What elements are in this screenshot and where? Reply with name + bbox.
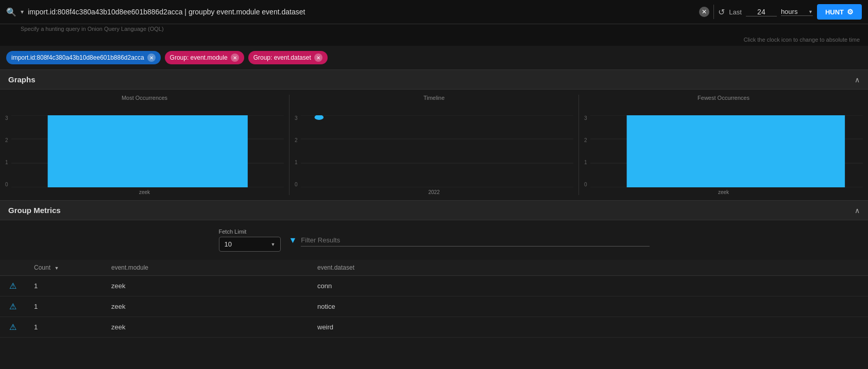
time-unit-select[interactable]: hours minutes days (781, 8, 813, 16)
chart-most-occurrences-area: 3 2 1 0 (5, 105, 284, 187)
search-dropdown-icon[interactable]: ▾ (21, 8, 24, 15)
metrics-title: Group Metrics (8, 206, 61, 215)
count-sort-arrow: ▼ (54, 266, 59, 271)
fetch-limit-label: Fetch Limit (219, 229, 281, 235)
chart-fewest-body (590, 115, 863, 187)
search-input[interactable] (28, 8, 695, 16)
col-header-icon (0, 260, 26, 276)
metrics-section: Fetch Limit 10 25 50 100 ▼ Count ▼ (0, 220, 868, 338)
filter-input[interactable] (301, 234, 649, 247)
search-clear-button[interactable]: ✕ (699, 7, 709, 17)
graph-most-occurrences-title: Most Occurrences (122, 95, 167, 101)
hunt-label: HUNT (825, 8, 844, 16)
chip-import-id-close[interactable]: ✕ (147, 54, 156, 62)
chip-event-dataset-label: Group: event.dataset (253, 54, 311, 61)
graph-most-occurrences: Most Occurrences 3 2 1 0 zeek (0, 95, 290, 195)
row-warning-icon: ⚠ (0, 296, 26, 317)
col-header-event-module: event.module (103, 260, 309, 276)
row-event-module: zeek (103, 296, 309, 317)
chart-timeline-area: 3 2 1 0 (295, 105, 573, 187)
hunt-button[interactable]: HUNT ⚙ (817, 4, 862, 20)
chip-event-dataset-close[interactable]: ✕ (314, 54, 322, 62)
row-event-dataset: weird (309, 317, 868, 338)
graphs-container: Most Occurrences 3 2 1 0 zeek (0, 90, 868, 200)
filter-icon: ▼ (289, 236, 297, 245)
svg-point-9 (314, 115, 324, 120)
chip-event-module-close[interactable]: ✕ (231, 54, 239, 62)
search-icon[interactable]: 🔍 (6, 7, 16, 17)
time-number-input[interactable] (746, 8, 777, 16)
search-bar: 🔍 ▾ ✕ ↺ Last hours minutes days HUNT ⚙ (0, 0, 868, 24)
last-label: Last (729, 8, 742, 16)
svg-rect-4 (47, 115, 247, 187)
row-count: 1 (26, 276, 103, 296)
chip-event-module-label: Group: event.module (170, 54, 228, 61)
chart-most-svg (11, 115, 284, 187)
graphs-collapse-button[interactable]: ∧ (855, 76, 860, 84)
chips-row: import.id:808f4c380a43b10d8ee601b886d2ac… (0, 46, 868, 69)
col-header-count[interactable]: Count ▼ (26, 260, 103, 276)
col-header-event-dataset: event.dataset (309, 260, 868, 276)
row-event-dataset: notice (309, 296, 868, 317)
graphs-section-header: Graphs ∧ (0, 69, 868, 90)
row-event-module: zeek (103, 276, 309, 296)
graphs-title: Graphs (8, 75, 36, 84)
table-body: ⚠ 1 zeek conn ⚠ 1 zeek notice ⚠ 1 zeek w… (0, 276, 868, 338)
row-count: 1 (26, 317, 103, 338)
graph-fewest-occurrences: Fewest Occurrences 3 2 1 0 zeek (579, 95, 868, 195)
chart-timeline-x-label: 2022 (428, 189, 439, 195)
chart-fewest-x-label: zeek (718, 189, 729, 195)
fetch-limit-select[interactable]: 10 25 50 100 (219, 237, 281, 252)
row-warning-icon: ⚠ (0, 276, 26, 296)
table-row: ⚠ 1 zeek weird (0, 317, 868, 338)
chart-most-body (11, 115, 284, 187)
search-hint: Specify a hunting query in Onion Query L… (0, 24, 868, 35)
data-table: Count ▼ event.module event.dataset ⚠ 1 z… (0, 260, 868, 338)
fetch-limit-select-wrapper: 10 25 50 100 (219, 237, 281, 252)
chart-timeline-y-axis: 3 2 1 0 (295, 115, 301, 187)
row-warning-icon: ⚠ (0, 317, 26, 338)
chip-event-dataset[interactable]: Group: event.dataset ✕ (248, 51, 328, 64)
graph-timeline-title: Timeline (423, 95, 445, 101)
metrics-section-header: Group Metrics ∧ (0, 200, 868, 220)
svg-rect-14 (626, 115, 845, 187)
chip-event-module[interactable]: Group: event.module ✕ (165, 51, 244, 64)
hunt-gear-icon: ⚙ (847, 8, 854, 16)
chip-import-id[interactable]: import.id:808f4c380a43b10d8ee601b886d2ac… (6, 51, 161, 64)
chart-fewest-y-axis: 3 2 1 0 (584, 115, 590, 187)
row-event-dataset: conn (309, 276, 868, 296)
graph-timeline: Timeline 3 2 1 0 2022 (290, 95, 579, 195)
chip-import-id-label: import.id:808f4c380a43b10d8ee601b886d2ac… (11, 54, 144, 61)
chart-most-y-axis: 3 2 1 0 (5, 115, 11, 187)
filter-group: ▼ (289, 234, 650, 247)
row-count: 1 (26, 296, 103, 317)
chart-fewest-svg (590, 115, 863, 187)
metrics-collapse-button[interactable]: ∧ (855, 206, 860, 215)
metrics-controls: Fetch Limit 10 25 50 100 ▼ (0, 220, 868, 260)
graph-fewest-occurrences-title: Fewest Occurrences (697, 95, 750, 101)
time-section: ↺ Last hours minutes days HUNT ⚙ (718, 4, 862, 20)
chart-timeline-svg (301, 115, 573, 187)
table-header-row: Count ▼ event.module event.dataset (0, 260, 868, 276)
time-unit-wrapper: hours minutes days (781, 8, 813, 16)
table-row: ⚠ 1 zeek notice (0, 296, 868, 317)
search-divider (713, 5, 714, 19)
row-event-module: zeek (103, 317, 309, 338)
chart-most-x-label: zeek (139, 189, 150, 195)
fetch-limit-group: Fetch Limit 10 25 50 100 (219, 229, 281, 252)
clock-icon[interactable]: ↺ (718, 7, 725, 17)
chart-fewest-occurrences-area: 3 2 1 0 (584, 105, 863, 187)
chart-timeline-body (301, 115, 573, 187)
table-row: ⚠ 1 zeek conn (0, 276, 868, 296)
time-hint: Click the clock icon to change to absolu… (0, 35, 868, 46)
